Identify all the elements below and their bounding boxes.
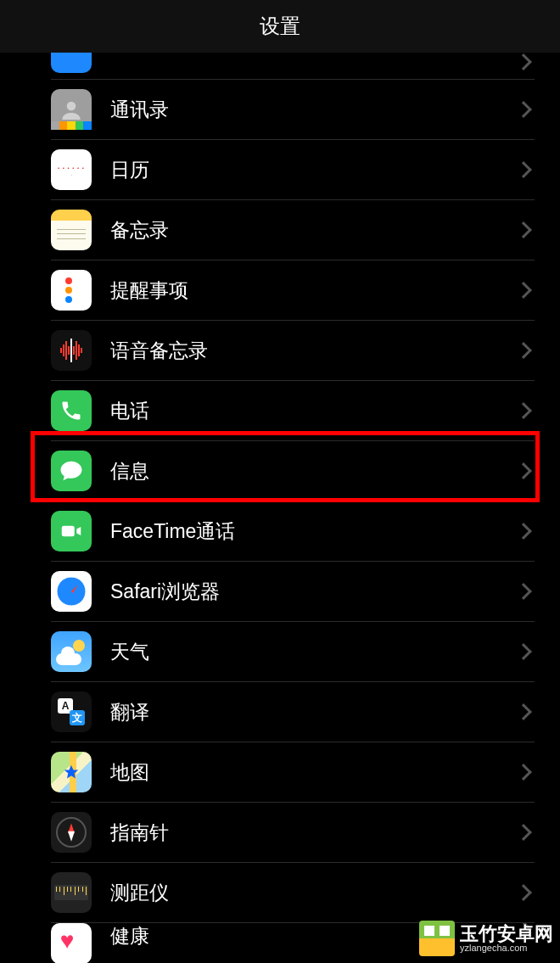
chevron-right-icon (515, 643, 532, 660)
list-item-messages[interactable]: 信息 (51, 441, 535, 501)
chevron-right-icon (515, 462, 532, 479)
list-item-label: 日历 (110, 157, 499, 183)
list-item-maps[interactable]: 地图 (51, 742, 535, 803)
watermark-logo-icon (419, 921, 455, 956)
list-item-label: 翻译 (110, 699, 499, 725)
app-icon (51, 53, 92, 73)
svg-point-0 (67, 102, 76, 111)
list-item-measure[interactable]: 测距仪 (51, 863, 535, 923)
list-item-label: 指南针 (110, 820, 499, 846)
chevron-right-icon (515, 101, 532, 118)
chevron-right-icon (515, 221, 532, 238)
safari-icon (51, 571, 92, 612)
list-item-safari[interactable]: Safari浏览器 (51, 562, 535, 622)
page-header: 设置 (0, 0, 560, 53)
list-item-weather[interactable]: 天气 (51, 622, 535, 682)
chevron-right-icon (515, 884, 532, 901)
chevron-right-icon (515, 53, 532, 70)
list-item-notes[interactable]: 备忘录 (51, 200, 535, 260)
reminders-icon (51, 270, 92, 311)
list-item-label: 天气 (110, 639, 499, 665)
list-item-calendar[interactable]: • • • • • • · 日历 (51, 140, 535, 200)
notes-icon (51, 210, 92, 250)
calendar-icon: • • • • • • · (51, 149, 92, 190)
facetime-icon (51, 511, 92, 551)
list-item-label: 语音备忘录 (110, 338, 499, 364)
list-item-label: 测距仪 (110, 880, 499, 906)
compass-icon (51, 812, 92, 853)
messages-icon (51, 451, 92, 491)
list-item-facetime[interactable]: FaceTime通话 (51, 501, 535, 562)
list-item-voicememos[interactable]: 语音备忘录 (51, 321, 535, 381)
contacts-icon (51, 89, 92, 130)
list-item-label: 电话 (110, 398, 499, 424)
list-item-contacts[interactable]: 通讯录 (51, 80, 535, 140)
list-item-phone[interactable]: 电话 (51, 381, 535, 441)
chevron-right-icon (515, 282, 532, 299)
voicememos-icon (51, 330, 92, 371)
chevron-right-icon (515, 703, 532, 720)
chevron-right-icon (515, 583, 532, 600)
list-item-label: 地图 (110, 759, 499, 786)
list-item-label: 备忘录 (110, 217, 499, 244)
watermark-url: yzlangecha.com (460, 943, 553, 953)
watermark-title: 玉竹安卓网 (460, 925, 553, 943)
chevron-right-icon (515, 342, 532, 359)
weather-icon (51, 631, 92, 672)
chevron-right-icon (515, 402, 532, 419)
watermark: 玉竹安卓网 yzlangecha.com (419, 921, 553, 956)
health-icon: ♥ (51, 923, 92, 963)
maps-icon (51, 752, 92, 792)
list-item-label: 通讯录 (110, 97, 499, 123)
list-item-reminders[interactable]: 提醒事项 (51, 260, 535, 321)
list-item-label: 信息 (110, 458, 499, 484)
list-item-label: Safari浏览器 (110, 579, 499, 605)
chevron-right-icon (515, 523, 532, 540)
svg-rect-1 (62, 526, 75, 537)
list-item-label: FaceTime通话 (110, 518, 499, 545)
translate-icon: A文 (51, 691, 92, 732)
chevron-right-icon (515, 161, 532, 178)
list-item-label: 提醒事项 (110, 277, 499, 304)
list-item-translate[interactable]: A文 翻译 (51, 682, 535, 742)
settings-list: 通讯录 • • • • • • · 日历 备忘录 提醒事项 (0, 53, 560, 963)
chevron-right-icon (515, 824, 532, 841)
list-item-partial-top[interactable] (51, 53, 535, 80)
page-title: 设置 (260, 13, 300, 40)
measure-icon (51, 872, 92, 913)
phone-icon (51, 390, 92, 431)
list-item-compass[interactable]: 指南针 (51, 803, 535, 863)
chevron-right-icon (515, 764, 532, 781)
